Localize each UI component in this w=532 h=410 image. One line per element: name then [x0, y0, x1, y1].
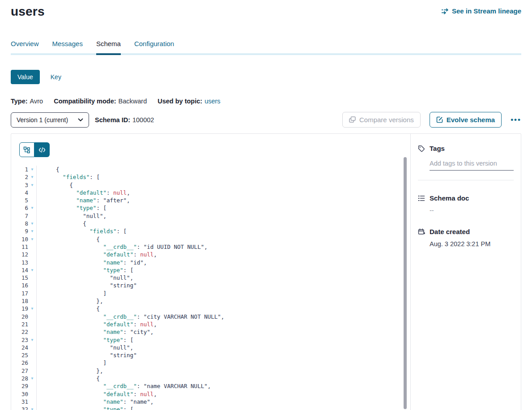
- code-line: 15 "null",: [11, 274, 410, 282]
- code-line: 18 },: [11, 297, 410, 305]
- code-scrollbar[interactable]: [404, 157, 407, 409]
- code-line: 21 "default": null,: [11, 320, 410, 328]
- tab-messages[interactable]: Messages: [52, 40, 83, 53]
- version-select[interactable]: Version 1 (current): [11, 112, 89, 128]
- fold-spacer: [28, 351, 36, 359]
- fold-toggle-icon[interactable]: ▼: [28, 227, 36, 235]
- tab-overview[interactable]: Overview: [11, 40, 39, 53]
- see-in-stream-lineage-link[interactable]: See in Stream lineage: [441, 7, 521, 15]
- code-line: 31 "name": "name",: [11, 398, 410, 406]
- fold-spacer: [28, 367, 36, 375]
- code-text: "string": [36, 351, 410, 359]
- schema-sidebar: Tags Schema doc --: [410, 134, 521, 410]
- more-options-button[interactable]: •••: [511, 116, 521, 124]
- fold-toggle-icon[interactable]: ▼: [28, 336, 36, 344]
- compatibility-label: Compatibility mode:: [54, 98, 116, 105]
- tree-view-icon: [23, 146, 30, 154]
- fold-spacer: [28, 189, 36, 196]
- code-text: "default": null,: [36, 390, 410, 398]
- line-number: 15: [11, 274, 28, 282]
- code-line: 5 "name": "after",: [11, 196, 410, 204]
- list-icon: [418, 195, 425, 201]
- code-line: 7 "null",: [11, 212, 410, 220]
- fold-spacer: [28, 290, 36, 297]
- code-text: {: [36, 166, 410, 173]
- schema-panel: 1▼ {2▼ "fields": [3▼ {4 "default": null,…: [11, 133, 521, 410]
- code-text: "name": "after",: [36, 196, 410, 204]
- fold-toggle-icon[interactable]: ▼: [28, 204, 36, 212]
- fold-spacer: [28, 328, 36, 336]
- line-number: 31: [11, 398, 28, 406]
- code-text: "default": null,: [36, 189, 410, 196]
- code-line: 13 "name": "id",: [11, 259, 410, 266]
- code-line: 30 "default": null,: [11, 390, 410, 398]
- schema-code-pane: 1▼ {2▼ "fields": [3▼ {4 "default": null,…: [11, 134, 410, 410]
- edit-icon: [436, 116, 443, 123]
- code-text: "type": [: [36, 406, 410, 410]
- fold-spacer: [28, 251, 36, 258]
- code-view-button[interactable]: [34, 142, 50, 157]
- code-text: "null",: [36, 212, 410, 220]
- line-number: 10: [11, 235, 28, 243]
- fold-spacer: [28, 344, 36, 351]
- topic-link[interactable]: users: [204, 98, 220, 105]
- code-line: 8▼ {: [11, 220, 410, 227]
- code-line: 25 "string": [11, 351, 410, 359]
- tab-schema[interactable]: Schema: [96, 40, 121, 53]
- code-text: {: [36, 235, 410, 243]
- compatibility-value: Backward: [119, 98, 147, 105]
- tree-view-button[interactable]: [19, 142, 34, 157]
- compare-versions-button[interactable]: Compare versions: [342, 112, 421, 128]
- fold-toggle-icon[interactable]: ▼: [28, 173, 36, 181]
- code-line: 1▼ {: [11, 166, 410, 173]
- code-line: 32▼ "type": [: [11, 406, 410, 410]
- key-toggle-button[interactable]: Key: [51, 73, 61, 81]
- line-number: 30: [11, 390, 28, 398]
- fold-spacer: [28, 274, 36, 282]
- sidebar-divider: [418, 180, 514, 180]
- fold-toggle-icon[interactable]: ▼: [28, 266, 36, 274]
- fold-spacer: [28, 243, 36, 251]
- code-line: 22 "name": "city",: [11, 328, 410, 336]
- fold-toggle-icon[interactable]: ▼: [28, 305, 36, 312]
- line-number: 6: [11, 204, 28, 212]
- value-toggle-button[interactable]: Value: [11, 70, 40, 84]
- line-number: 14: [11, 266, 28, 274]
- add-tags-input[interactable]: [430, 160, 514, 171]
- evolve-schema-button[interactable]: Evolve schema: [430, 112, 502, 128]
- fold-toggle-icon[interactable]: ▼: [28, 375, 36, 382]
- line-number: 9: [11, 227, 28, 235]
- code-text: "fields": [: [36, 173, 410, 181]
- code-text: "default": null,: [36, 251, 410, 258]
- tab-bar: Overview Messages Schema Configuration: [11, 40, 521, 55]
- stream-lineage-label: See in Stream lineage: [452, 7, 521, 15]
- fold-toggle-icon[interactable]: ▼: [28, 406, 36, 410]
- line-number: 24: [11, 344, 28, 351]
- code-line: 10▼ {: [11, 235, 410, 243]
- fold-toggle-icon[interactable]: ▼: [28, 235, 36, 243]
- fold-spacer: [28, 196, 36, 204]
- fold-spacer: [28, 359, 36, 367]
- tab-underline: [11, 53, 521, 55]
- version-bar: Version 1 (current) Schema ID:100002 Com…: [11, 112, 521, 128]
- line-number: 2: [11, 173, 28, 181]
- fold-toggle-icon[interactable]: ▼: [28, 181, 36, 189]
- tab-configuration[interactable]: Configuration: [134, 40, 174, 53]
- schema-source-viewer[interactable]: 1▼ {2▼ "fields": [3▼ {4 "default": null,…: [11, 166, 410, 410]
- fold-spacer: [28, 212, 36, 220]
- line-number: 18: [11, 297, 28, 305]
- code-line: 2▼ "fields": [: [11, 173, 410, 181]
- fold-toggle-icon[interactable]: ▼: [28, 166, 36, 173]
- code-line: 9▼ "fields": [: [11, 227, 410, 235]
- code-line: 26 ]: [11, 359, 410, 367]
- code-line: 20 "__crdb__": "city VARCHAR NOT NULL",: [11, 313, 410, 320]
- line-number: 11: [11, 243, 28, 251]
- fold-toggle-icon[interactable]: ▼: [28, 220, 36, 227]
- code-view-icon: [38, 147, 46, 153]
- date-created-heading-label: Date created: [430, 228, 470, 235]
- line-number: 26: [11, 359, 28, 367]
- date-created-value: Aug. 3 2022 3:21 PM: [430, 240, 514, 248]
- used-by-topic-field: Used by topic:users: [157, 98, 220, 105]
- code-text: ]: [36, 290, 410, 297]
- code-text: "null",: [36, 344, 410, 351]
